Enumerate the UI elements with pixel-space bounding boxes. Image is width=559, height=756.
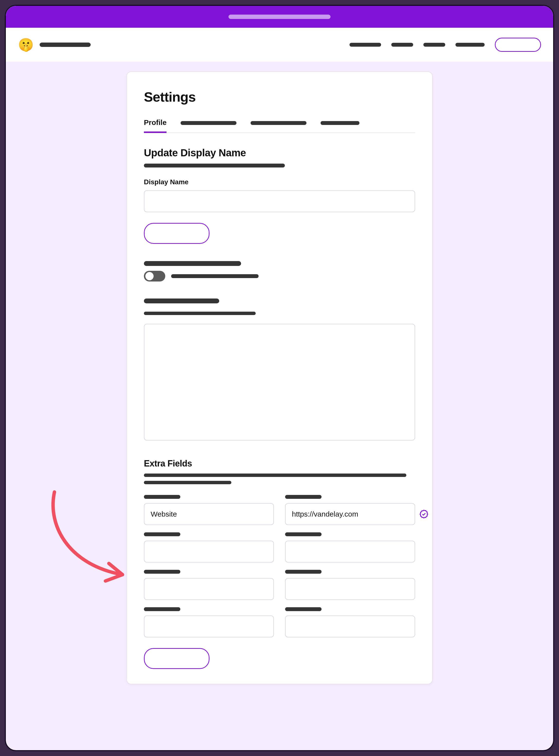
nav-item-3[interactable] <box>423 43 445 47</box>
logo-emoji-icon: 🤫 <box>18 38 34 51</box>
extra-field-value-input-4[interactable] <box>285 616 415 637</box>
extra-field-name-label-1 <box>144 495 180 499</box>
extra-field-name-3 <box>144 570 274 600</box>
extra-field-value-input-2[interactable] <box>285 541 415 562</box>
extra-field-value-2 <box>285 532 415 562</box>
extra-field-value-4 <box>285 607 415 637</box>
extra-field-value-input-3[interactable] <box>285 578 415 600</box>
extra-fields-desc-line2 <box>144 481 231 484</box>
tab-3[interactable] <box>251 116 307 133</box>
section-extra-fields-heading: Extra Fields <box>144 459 415 469</box>
extra-field-name-label-3 <box>144 570 180 574</box>
extra-field-name-input-4[interactable] <box>144 616 274 637</box>
nav-item-2[interactable] <box>391 43 413 47</box>
device-notch <box>228 15 331 19</box>
toggle-label <box>171 274 259 278</box>
section-display-name-desc <box>144 163 285 168</box>
section-display-name-heading: Update Display Name <box>144 147 415 159</box>
extra-field-name-1 <box>144 495 274 525</box>
extra-field-name-2 <box>144 532 274 562</box>
settings-tabs: Profile <box>144 116 415 133</box>
header-nav <box>350 38 541 52</box>
extra-field-value-label-1 <box>285 495 321 499</box>
section-2-heading <box>144 261 241 266</box>
extra-field-value-label-4 <box>285 607 321 611</box>
header-brand[interactable]: 🤫 <box>18 38 91 51</box>
brand-name <box>40 43 91 47</box>
extra-field-name-label-2 <box>144 532 180 536</box>
tab-4[interactable] <box>320 116 359 133</box>
page-content: Settings Profile Update Display Name Dis… <box>6 62 553 684</box>
extra-field-name-label-4 <box>144 607 180 611</box>
tab-profile[interactable]: Profile <box>144 116 166 133</box>
nav-item-1[interactable] <box>350 43 381 47</box>
verified-badge-icon <box>419 509 429 519</box>
extra-field-name-input-1[interactable] <box>144 503 274 525</box>
toggle-knob-icon <box>146 272 154 280</box>
display-name-label: Display Name <box>144 178 415 186</box>
bio-textarea[interactable] <box>144 324 415 441</box>
extra-field-name-input-3[interactable] <box>144 578 274 600</box>
tab-2[interactable] <box>181 116 237 133</box>
nav-item-4[interactable] <box>455 43 485 47</box>
extra-field-value-input-1[interactable] <box>285 503 415 525</box>
section-3-desc <box>144 312 256 315</box>
device-statusbar <box>6 6 553 28</box>
extra-field-value-label-3 <box>285 570 321 574</box>
extra-field-value-1 <box>285 495 415 525</box>
device-frame: 🤫 Settings Profile Update Display Name D… <box>5 5 554 751</box>
extra-fields-desc-line1 <box>144 473 406 477</box>
extra-field-value-label-2 <box>285 532 321 536</box>
visibility-toggle[interactable] <box>144 271 165 282</box>
save-extra-fields-button[interactable] <box>144 648 209 669</box>
display-name-input[interactable] <box>144 190 415 212</box>
section-3-heading <box>144 298 219 303</box>
extra-fields-grid <box>144 495 415 637</box>
page-title: Settings <box>144 89 415 105</box>
settings-card: Settings Profile Update Display Name Dis… <box>126 71 433 684</box>
extra-field-name-input-2[interactable] <box>144 541 274 562</box>
save-display-name-button[interactable] <box>144 223 209 244</box>
extra-field-name-4 <box>144 607 274 637</box>
extra-field-value-3 <box>285 570 415 600</box>
header-cta-button[interactable] <box>495 38 541 52</box>
app-header: 🤫 <box>6 28 553 62</box>
